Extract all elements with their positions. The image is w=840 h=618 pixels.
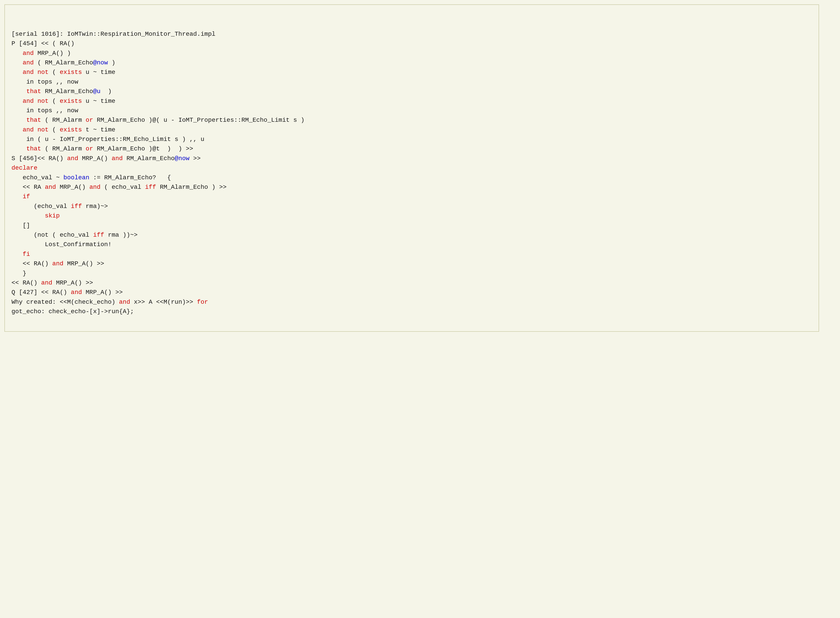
code-line-27: << RA() and MRP_A() >>	[12, 278, 812, 288]
code-line-4: and ( RM_Alarm_Echo@now )	[12, 58, 812, 67]
code-line-12: in ( u - IoMT_Properties::RM_Echo_Limit …	[12, 135, 812, 144]
code-segment-24-1: fi	[12, 251, 30, 258]
code-segment-13-4: RM_Alarm_Echo )@t ) ) >>	[97, 146, 193, 152]
code-segment-30-1: got_echo: check_echo-[x]->run{A};	[12, 308, 134, 315]
code-segment-8-2: not	[37, 98, 52, 104]
code-line-28: Q [427] << RA() and MRP_A() >>	[12, 288, 812, 297]
code-lines: [serial 1016]: IoMTwin::Respiration_Moni…	[12, 29, 812, 316]
code-segment-25-3: MRP_A() >>	[67, 260, 104, 267]
code-segment-9-1: in tops ,, now	[12, 107, 78, 114]
code-line-26: }	[12, 269, 812, 278]
code-segment-4-3: @now	[93, 59, 108, 66]
code-segment-28-2: and	[71, 289, 86, 296]
code-segment-11-3: (	[52, 126, 60, 133]
code-segment-10-3: or	[86, 117, 97, 123]
code-line-21: []	[12, 221, 812, 230]
code-line-30: got_echo: check_echo-[x]->run{A};	[12, 307, 812, 316]
code-segment-10-4: RM_Alarm_Echo )@( u - IoMT_Properties::R…	[97, 117, 305, 123]
code-line-18: if	[12, 192, 812, 201]
code-segment-14-3: MRP_A()	[82, 155, 112, 162]
code-segment-28-1: Q [427] << RA()	[12, 289, 71, 296]
code-segment-4-4: )	[108, 59, 115, 66]
code-line-23: Lost_Confirmation!	[12, 240, 812, 249]
code-line-1: [serial 1016]: IoMTwin::Respiration_Moni…	[12, 29, 812, 39]
code-line-22: (not ( echo_val iff rma ))~>	[12, 230, 812, 240]
code-segment-22-2: iff	[93, 232, 108, 238]
code-segment-8-4: exists	[60, 98, 82, 104]
code-segment-7-4: )	[100, 88, 112, 95]
code-segment-19-1: (echo_val	[12, 203, 71, 210]
code-segment-3-2: MRP_A() )	[37, 50, 71, 57]
code-segment-3-1: and	[12, 50, 37, 57]
code-segment-14-6: @now	[174, 155, 189, 162]
code-segment-22-3: rma ))~>	[108, 232, 137, 238]
code-segment-27-2: and	[41, 279, 56, 286]
code-segment-25-2: and	[52, 260, 67, 267]
code-segment-29-1: Why created: <<M(check_echo)	[12, 299, 119, 306]
code-segment-27-1: << RA()	[12, 279, 41, 286]
code-segment-17-3: MRP_A()	[60, 184, 89, 190]
code-segment-13-1: that	[12, 146, 45, 152]
code-line-17: << RA and MRP_A() and ( echo_val iff RM_…	[12, 183, 812, 192]
code-line-11: and not ( exists t ~ time	[12, 125, 812, 135]
code-segment-25-1: << RA()	[12, 260, 52, 267]
code-segment-16-3: := RM_Alarm_Echo? {	[89, 174, 171, 181]
code-line-5: and not ( exists u ~ time	[12, 67, 812, 77]
code-segment-26-1: }	[12, 270, 26, 277]
code-segment-22-1: (not ( echo_val	[12, 232, 93, 238]
code-segment-17-1: << RA	[12, 184, 45, 190]
code-segment-11-4: exists	[60, 126, 82, 133]
code-line-25: << RA() and MRP_A() >>	[12, 259, 812, 269]
code-segment-8-1: and	[12, 98, 37, 104]
code-segment-17-6: iff	[145, 184, 160, 190]
code-line-2: P [454] << ( RA()	[12, 39, 812, 48]
code-segment-11-2: not	[37, 126, 52, 133]
code-segment-17-5: ( echo_val	[104, 184, 145, 190]
code-segment-5-5: u ~ time	[82, 69, 115, 76]
code-segment-14-5: RM_Alarm_Echo	[127, 155, 174, 162]
code-segment-10-2: ( RM_Alarm	[45, 117, 86, 123]
code-segment-7-3: @u	[93, 88, 101, 95]
code-line-10: that ( RM_Alarm or RM_Alarm_Echo )@( u -…	[12, 115, 812, 125]
code-segment-8-3: (	[52, 98, 60, 104]
code-segment-17-7: RM_Alarm_Echo ) >>	[160, 184, 226, 190]
code-segment-15-1: declare	[12, 165, 37, 171]
code-segment-11-5: t ~ time	[82, 126, 115, 133]
code-segment-5-3: (	[52, 69, 60, 76]
code-segment-14-1: S [456]<< RA()	[12, 155, 67, 162]
code-line-7: that RM_Alarm_Echo@u )	[12, 87, 812, 96]
code-segment-16-2: boolean	[63, 174, 89, 181]
code-line-19: (echo_val iff rma)~>	[12, 202, 812, 211]
code-segment-6-1: in tops ,, now	[12, 79, 78, 85]
code-viewer: [serial 1016]: IoMTwin::Respiration_Moni…	[4, 4, 819, 332]
code-segment-4-1: and	[12, 59, 37, 66]
code-segment-29-2: and	[119, 299, 134, 306]
code-segment-17-2: and	[45, 184, 60, 190]
code-line-20: skip	[12, 211, 812, 221]
code-segment-23-1: Lost_Confirmation!	[12, 241, 112, 248]
code-segment-5-4: exists	[60, 69, 82, 76]
code-segment-2-1: P [454] << ( RA()	[12, 40, 74, 47]
code-line-29: Why created: <<M(check_echo) and x>> A <…	[12, 297, 812, 307]
code-segment-14-7: >>	[189, 155, 201, 162]
code-segment-8-5: u ~ time	[82, 98, 115, 104]
code-segment-14-2: and	[67, 155, 82, 162]
code-segment-13-3: or	[86, 146, 97, 152]
code-line-14: S [456]<< RA() and MRP_A() and RM_Alarm_…	[12, 154, 812, 163]
code-segment-4-2: ( RM_Alarm_Echo	[37, 59, 93, 66]
code-segment-29-3: x>> A <<M(run)>>	[134, 299, 197, 306]
code-line-9: in tops ,, now	[12, 106, 812, 115]
code-segment-1-1: [serial 1016]: IoMTwin::Respiration_Moni…	[12, 31, 215, 37]
code-segment-5-1: and	[12, 69, 37, 76]
code-segment-11-1: and	[12, 126, 37, 133]
code-segment-14-4: and	[112, 155, 127, 162]
code-segment-19-2: iff	[71, 203, 86, 210]
code-segment-19-3: rma)~>	[86, 203, 108, 210]
code-segment-5-2: not	[37, 69, 52, 76]
code-line-6: in tops ,, now	[12, 77, 812, 87]
code-segment-28-3: MRP_A() >>	[86, 289, 123, 296]
code-line-24: fi	[12, 250, 812, 259]
code-line-3: and MRP_A() )	[12, 49, 812, 58]
code-line-16: echo_val ~ boolean := RM_Alarm_Echo? {	[12, 173, 812, 183]
code-segment-7-1: that	[12, 88, 45, 95]
